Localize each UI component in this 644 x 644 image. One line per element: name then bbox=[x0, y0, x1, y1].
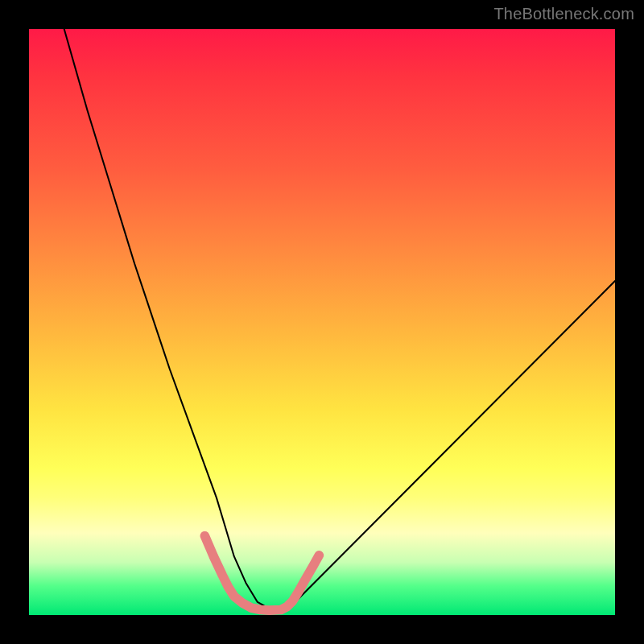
bottleneck-curve-path bbox=[64, 29, 615, 610]
watermark-label: TheBottleneck.com bbox=[493, 5, 634, 23]
bottleneck-chart: TheBottleneck.com bbox=[0, 0, 644, 644]
highlight-segment-path bbox=[204, 536, 319, 610]
chart-svg bbox=[29, 29, 615, 615]
